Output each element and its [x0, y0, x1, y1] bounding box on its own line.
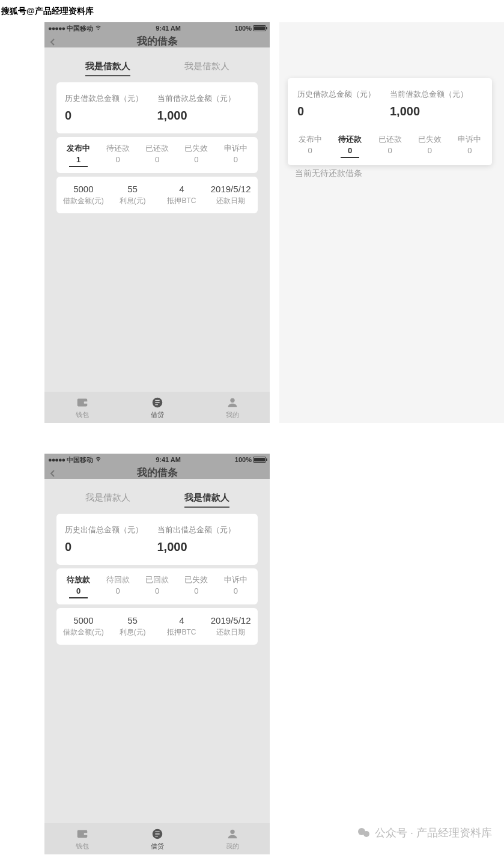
- stat-pending[interactable]: 待还款0: [330, 134, 369, 158]
- stat-pending[interactable]: 待还款0: [98, 143, 137, 167]
- tab-borrower[interactable]: 我是借款人: [85, 492, 130, 508]
- battery-icon: [253, 457, 266, 463]
- loan-collateral: 4: [157, 615, 207, 625]
- back-button[interactable]: [49, 37, 56, 44]
- wifi-icon: [95, 25, 102, 32]
- stat-expired[interactable]: 已失效0: [177, 143, 216, 167]
- signal-icon: ●●●●●: [48, 25, 65, 32]
- tab-bar: 钱包 借贷 我的: [44, 392, 270, 423]
- back-button[interactable]: [49, 469, 56, 476]
- tab-bar: 钱包 借贷 我的: [44, 823, 270, 854]
- hist-amount-value: 0: [297, 105, 390, 118]
- svg-point-3: [230, 398, 234, 402]
- curr-amount-value: 1,000: [390, 105, 482, 118]
- tabbar-wallet[interactable]: 钱包: [44, 392, 120, 423]
- tabbar-mine[interactable]: 我的: [195, 823, 270, 854]
- curr-amount-value: 1,000: [157, 109, 250, 123]
- hist-amount-value: 0: [65, 109, 157, 123]
- stat-collected[interactable]: 已回款0: [138, 574, 177, 598]
- status-filter-row: 发布中1 待还款0 已还款0 已失效0 申诉中0: [56, 137, 258, 173]
- page-title: 我的借条: [44, 466, 270, 479]
- svg-point-9: [363, 831, 369, 837]
- loan-date: 2019/5/12: [206, 184, 255, 194]
- svg-rect-1: [83, 401, 87, 404]
- screen-1: ●●●●●中国移动 9:41 AM 100% 我的借条 我是借款人 我是借款人 …: [44, 22, 270, 423]
- stat-repaid[interactable]: 已还款0: [138, 143, 177, 167]
- hist-amount-label: 历史借款总金额（元）: [65, 93, 157, 104]
- tabbar-loan[interactable]: 借贷: [120, 823, 195, 854]
- hist-amount-label: 历史出借总金额（元）: [65, 525, 157, 535]
- curr-amount-label: 当前借款总金额（元）: [157, 93, 250, 104]
- loan-icon: [151, 827, 164, 841]
- stat-publishing[interactable]: 发布中0: [290, 134, 330, 158]
- stat-appeal[interactable]: 申诉中0: [216, 574, 255, 598]
- curr-amount-label: 当前出借总金额（元）: [157, 525, 250, 535]
- wifi-icon: [95, 456, 102, 464]
- stat-expired[interactable]: 已失效0: [177, 574, 216, 598]
- empty-message: 当前无待还款借条: [295, 168, 362, 179]
- stat-publishing[interactable]: 发布中1: [59, 143, 98, 167]
- amount-card: 历史出借总金额（元）0 当前出借总金额（元）1,000: [56, 514, 258, 565]
- stat-appeal[interactable]: 申诉中0: [216, 143, 255, 167]
- nav-bar: 我的借条: [44, 466, 270, 479]
- loan-interest: 55: [108, 615, 157, 625]
- stat-expired[interactable]: 已失效0: [410, 134, 449, 158]
- status-time: 9:41 AM: [102, 25, 235, 32]
- watermark-bottom: 公众号 · 产品经理资料库: [357, 826, 492, 840]
- svg-rect-5: [83, 833, 87, 835]
- loan-interest: 55: [108, 184, 157, 194]
- hist-amount-label: 历史借款总金额（元）: [297, 89, 390, 100]
- wallet-icon: [76, 396, 89, 409]
- loan-amount: 5000: [59, 615, 108, 625]
- screen-3: ●●●●●中国移动 9:41 AM 100% 我的借条 我是借款人 我是借款人 …: [44, 454, 270, 854]
- loan-amount: 5000: [59, 184, 108, 194]
- tab-borrower[interactable]: 我是借款人: [85, 61, 130, 76]
- screen-2-card: 历史借款总金额（元） 0 当前借款总金额（元） 1,000 发布中0 待还款0 …: [288, 78, 492, 165]
- nav-bar: 我的借条: [44, 34, 270, 47]
- status-filter-row: 待放款0 待回款0 已回款0 已失效0 申诉中0: [56, 568, 258, 604]
- loan-icon: [151, 396, 164, 409]
- loan-item[interactable]: 5000借款金额(元) 55利息(元) 4抵押BTC 2019/5/12还款日期: [56, 608, 258, 645]
- user-icon: [226, 396, 239, 409]
- page-title: 我的借条: [44, 34, 270, 48]
- stat-to-collect[interactable]: 待回款0: [98, 574, 137, 598]
- stat-repaid[interactable]: 已还款0: [370, 134, 410, 158]
- tabbar-loan[interactable]: 借贷: [120, 392, 195, 423]
- stat-to-release[interactable]: 待放款0: [59, 574, 98, 598]
- user-icon: [226, 827, 239, 841]
- svg-point-7: [230, 829, 234, 833]
- tab-lender[interactable]: 我是借款人: [184, 61, 229, 76]
- loan-collateral: 4: [157, 184, 207, 194]
- tabbar-wallet[interactable]: 钱包: [44, 823, 120, 854]
- status-bar: ●●●●●中国移动 9:41 AM 100%: [44, 454, 270, 466]
- status-bar: ●●●●●中国移动 9:41 AM 100%: [44, 22, 270, 34]
- loan-date: 2019/5/12: [206, 615, 255, 625]
- watermark-top: 搜狐号@产品经理资料库: [1, 6, 94, 17]
- curr-amount-label: 当前借款总金额（元）: [390, 89, 482, 100]
- battery-icon: [253, 25, 266, 31]
- wechat-icon: [357, 826, 371, 840]
- hist-amount-value: 0: [65, 540, 157, 554]
- wallet-icon: [76, 827, 89, 841]
- status-time: 9:41 AM: [102, 456, 235, 463]
- loan-item[interactable]: 5000借款金额(元) 55利息(元) 4抵押BTC 2019/5/12还款日期: [56, 177, 258, 213]
- tabbar-mine[interactable]: 我的: [195, 392, 270, 423]
- signal-icon: ●●●●●: [48, 456, 65, 463]
- curr-amount-value: 1,000: [157, 540, 250, 554]
- stat-appeal[interactable]: 申诉中0: [450, 134, 490, 158]
- tab-lender[interactable]: 我是借款人: [184, 492, 229, 508]
- amount-card: 历史借款总金额（元）0 当前借款总金额（元）1,000: [56, 82, 258, 133]
